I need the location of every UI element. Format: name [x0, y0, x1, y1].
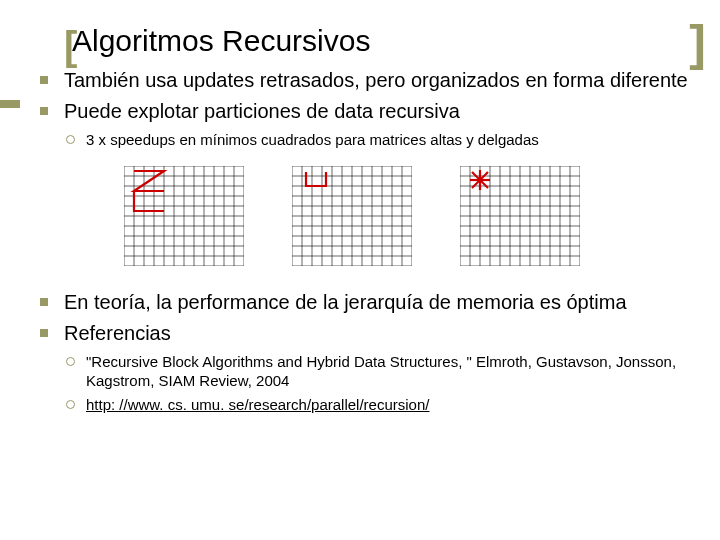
bracket-right-icon: ] — [689, 18, 706, 68]
title-row: [ Algoritmos Recursivos ] — [72, 24, 688, 58]
bullet-text: En teoría, la performance de la jerarquí… — [64, 291, 627, 313]
grid-diagrams — [124, 166, 688, 266]
bracket-left-icon: [ — [64, 26, 77, 66]
reference-link[interactable]: http: //www. cs. umu. se/research/parall… — [86, 396, 429, 413]
grid-star — [460, 166, 580, 266]
bullet-item: También usa updates retrasados, pero org… — [36, 68, 688, 93]
reference-item: http: //www. cs. umu. se/research/parall… — [64, 395, 688, 415]
references-list: "Recursive Block Algorithms and Hybrid D… — [64, 352, 688, 415]
sub-item: 3 x speedups en mínimos cuadrados para m… — [64, 130, 688, 150]
bullet-item: Referencias "Recursive Block Algorithms … — [36, 321, 688, 415]
grid-z — [124, 166, 244, 266]
sub-text: 3 x speedups en mínimos cuadrados para m… — [86, 131, 539, 148]
sub-list: 3 x speedups en mínimos cuadrados para m… — [64, 130, 688, 150]
reference-text: "Recursive Block Algorithms and Hybrid D… — [86, 353, 676, 390]
bullet-list: También usa updates retrasados, pero org… — [36, 68, 688, 150]
slide: [ Algoritmos Recursivos ] También usa up… — [0, 0, 720, 540]
bullet-text: Referencias — [64, 322, 171, 344]
bullet-text: Puede explotar particiones de data recur… — [64, 100, 460, 122]
bullet-item: En teoría, la performance de la jerarquí… — [36, 290, 688, 315]
reference-item: "Recursive Block Algorithms and Hybrid D… — [64, 352, 688, 391]
bullet-list-2: En teoría, la performance de la jerarquí… — [36, 290, 688, 415]
slide-title: Algoritmos Recursivos — [72, 24, 370, 58]
bullet-item: Puede explotar particiones de data recur… — [36, 99, 688, 150]
bullet-text: También usa updates retrasados, pero org… — [64, 69, 688, 91]
grid-u — [292, 166, 412, 266]
accent-bar-left — [0, 100, 20, 108]
